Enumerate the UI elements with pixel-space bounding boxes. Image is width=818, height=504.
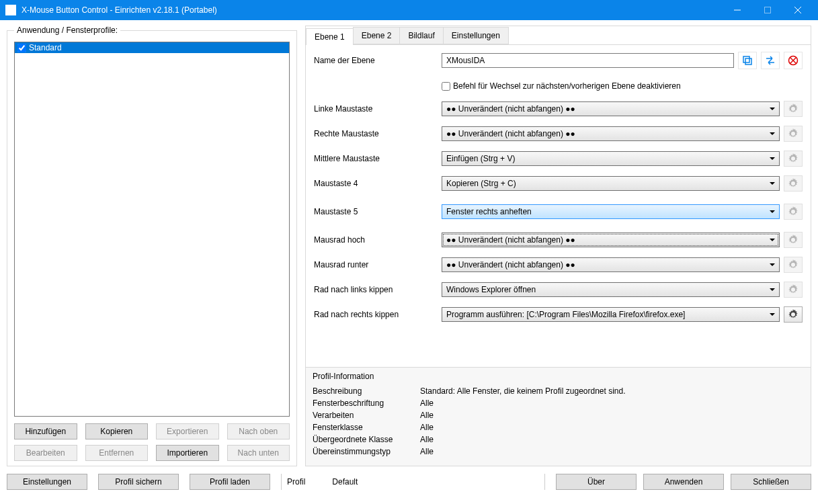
- close-window-button[interactable]: Schließen: [731, 474, 811, 490]
- button-label: Linke Maustaste: [314, 104, 442, 114]
- button-label: Mausrad hoch: [314, 235, 442, 245]
- remove-button[interactable]: Entfernen: [85, 445, 149, 461]
- button-label: Rad nach links kippen: [314, 285, 442, 294]
- gear-icon: [784, 257, 803, 273]
- movedown-button[interactable]: Nach unten: [227, 445, 290, 461]
- gear-icon: [784, 232, 803, 248]
- profile-label: Profil: [287, 477, 305, 487]
- app-icon: [5, 5, 16, 15]
- info-label: Übereinstimmungstyp: [313, 447, 420, 456]
- profile-label: Standard: [29, 43, 62, 52]
- info-value: Alle: [420, 423, 434, 432]
- layer-name-input[interactable]: [442, 53, 734, 68]
- button-action-combo[interactable]: Fenster rechts anheften: [442, 204, 780, 219]
- gear-icon: [784, 101, 803, 117]
- layer-panel: Ebene 1 Ebene 2 Bildlauf Einstellungen N…: [305, 26, 811, 466]
- reset-layer-button[interactable]: [784, 52, 803, 69]
- moveup-button[interactable]: Nach oben: [227, 423, 290, 439]
- tab-settings[interactable]: Einstellungen: [443, 27, 509, 44]
- layer-name-label: Name der Ebene: [314, 56, 442, 65]
- tabs: Ebene 1 Ebene 2 Bildlauf Einstellungen: [306, 26, 811, 45]
- button-label: Rad nach rechts kippen: [314, 310, 442, 319]
- info-label: Fensterbeschriftung: [313, 398, 420, 408]
- info-value: Alle: [420, 411, 434, 420]
- maximize-button[interactable]: [752, 0, 782, 20]
- button-label: Mittlere Maustaste: [314, 154, 442, 163]
- bottom-bar: Einstellungen Profil sichern Profil lade…: [0, 466, 818, 497]
- info-label: Verarbeiten: [313, 411, 420, 420]
- profile-info: Profil-Information BeschreibungStandard:…: [306, 367, 811, 466]
- import-button[interactable]: Importieren: [156, 445, 219, 461]
- tab-layer1[interactable]: Ebene 1: [306, 28, 354, 45]
- button-action-combo[interactable]: ●● Unverändert (nicht abfangen) ●●: [442, 257, 780, 272]
- apply-button[interactable]: Anwenden: [643, 474, 724, 490]
- gear-icon: [784, 151, 803, 167]
- current-profile: Profil Default: [281, 474, 545, 490]
- button-action-combo[interactable]: Windows Explorer öffnen: [442, 282, 780, 297]
- button-label: Maustaste 5: [314, 207, 442, 216]
- tab-layer2[interactable]: Ebene 2: [353, 27, 401, 44]
- copy-button[interactable]: Kopieren: [85, 423, 149, 439]
- button-action-combo[interactable]: ●● Unverändert (nicht abfangen) ●●: [442, 233, 780, 247]
- info-label: Beschreibung: [313, 386, 420, 396]
- svg-rect-5: [745, 58, 751, 65]
- gear-icon[interactable]: [784, 306, 803, 323]
- profile-list[interactable]: Standard: [14, 42, 290, 417]
- button-action-combo[interactable]: Programm ausführen: [C:\Program Files\Mo…: [442, 307, 780, 322]
- profile-checkbox[interactable]: [17, 44, 26, 52]
- info-value: Alle: [420, 398, 434, 408]
- profiles-panel: Anwendung / Fensterprofile: Standard Hin…: [7, 26, 297, 466]
- save-profile-button[interactable]: Profil sichern: [98, 474, 179, 490]
- info-label: Fensterklasse: [313, 423, 420, 432]
- profiles-legend: Anwendung / Fensterprofile:: [14, 26, 120, 35]
- settings-button[interactable]: Einstellungen: [7, 474, 87, 490]
- disable-switch-label: Befehl für Wechsel zur nächsten/vorherig…: [453, 81, 681, 91]
- svg-rect-4: [743, 56, 749, 62]
- info-value: Alle: [420, 447, 434, 456]
- button-action-combo[interactable]: ●● Unverändert (nicht abfangen) ●●: [442, 101, 780, 116]
- button-label: Maustaste 4: [314, 179, 442, 188]
- disable-switch-checkbox[interactable]: [442, 82, 450, 91]
- gear-icon: [784, 175, 803, 192]
- tab-scroll[interactable]: Bildlauf: [399, 27, 443, 44]
- button-action-combo[interactable]: Einfügen (Strg + V): [442, 151, 780, 166]
- tab-body: Name der Ebene Befehl für Wechsel zur nä…: [306, 45, 811, 367]
- button-label: Mausrad runter: [314, 260, 442, 269]
- export-button[interactable]: Exportieren: [156, 423, 219, 439]
- info-value: Alle: [420, 435, 434, 444]
- add-button[interactable]: Hinzufügen: [14, 423, 77, 439]
- button-action-combo[interactable]: ●● Unverändert (nicht abfangen) ●●: [442, 126, 780, 141]
- load-profile-button[interactable]: Profil laden: [190, 474, 270, 490]
- window-title: X-Mouse Button Control - Einrichten v2.1…: [22, 5, 722, 15]
- info-value: Standard: Alle Fenster, die keinem Profi…: [420, 386, 626, 396]
- profile-item-standard[interactable]: Standard: [15, 42, 289, 53]
- info-label: Übergeordnete Klasse: [313, 435, 420, 444]
- minimize-button[interactable]: [722, 0, 752, 20]
- gear-icon: [784, 282, 803, 298]
- svg-rect-1: [764, 7, 770, 13]
- swap-layer-button[interactable]: [761, 52, 780, 69]
- titlebar: X-Mouse Button Control - Einrichten v2.1…: [0, 0, 818, 20]
- edit-button[interactable]: Bearbeiten: [14, 445, 77, 461]
- button-action-combo[interactable]: Kopieren (Strg + C): [442, 176, 780, 191]
- profile-value: Default: [332, 477, 358, 487]
- button-label: Rechte Maustaste: [314, 129, 442, 138]
- gear-icon: [784, 204, 803, 220]
- profile-info-title: Profil-Information: [313, 372, 804, 381]
- close-button[interactable]: [782, 0, 813, 20]
- gear-icon: [784, 126, 803, 142]
- about-button[interactable]: Über: [556, 474, 637, 490]
- copy-layer-button[interactable]: [738, 52, 757, 69]
